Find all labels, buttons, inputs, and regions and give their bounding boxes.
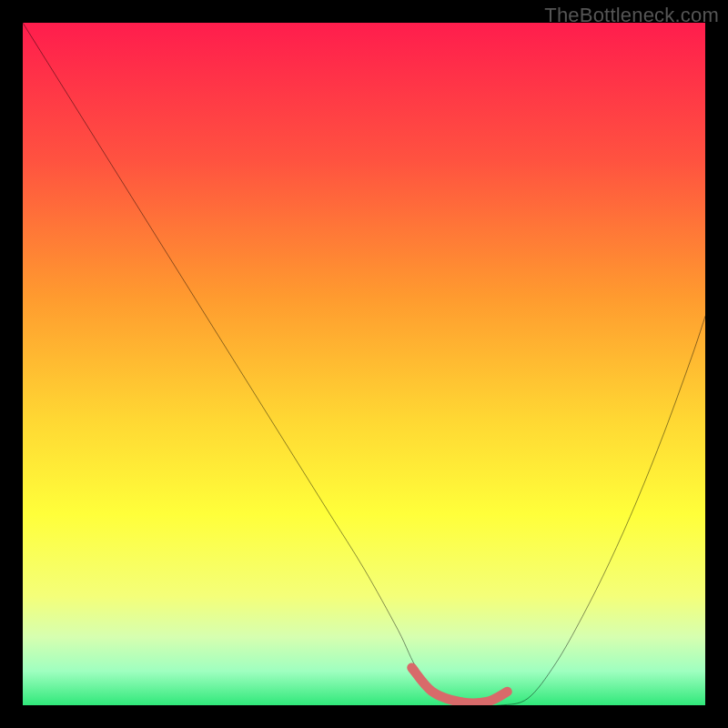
optimal-range-highlight: [412, 668, 508, 703]
bottleneck-curve: [23, 23, 705, 705]
chart-frame: TheBottleneck.com: [0, 0, 728, 728]
curve-line: [23, 23, 705, 705]
plot-area: [23, 23, 705, 705]
watermark-text: TheBottleneck.com: [544, 4, 719, 27]
